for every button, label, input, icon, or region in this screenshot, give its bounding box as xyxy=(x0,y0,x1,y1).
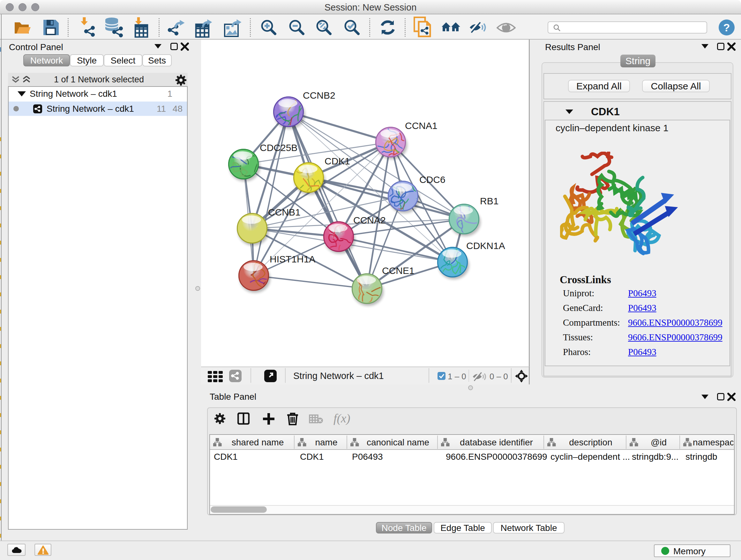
svg-text:CCNA1: CCNA1 xyxy=(405,120,437,131)
svg-text:CCNE1: CCNE1 xyxy=(382,265,414,276)
svg-text:CDKN1A: CDKN1A xyxy=(466,240,505,251)
svg-text:CDK1: CDK1 xyxy=(325,156,350,166)
svg-text:HIST1H1A: HIST1H1A xyxy=(270,254,315,264)
svg-text:CDC6: CDC6 xyxy=(419,174,446,185)
svg-text:CCNB2: CCNB2 xyxy=(303,90,335,101)
svg-text:RB1: RB1 xyxy=(480,196,498,206)
svg-text:CCNB1: CCNB1 xyxy=(268,207,300,217)
svg-text:CCNA2: CCNA2 xyxy=(353,215,386,226)
svg-text:CDC25B: CDC25B xyxy=(260,142,297,153)
